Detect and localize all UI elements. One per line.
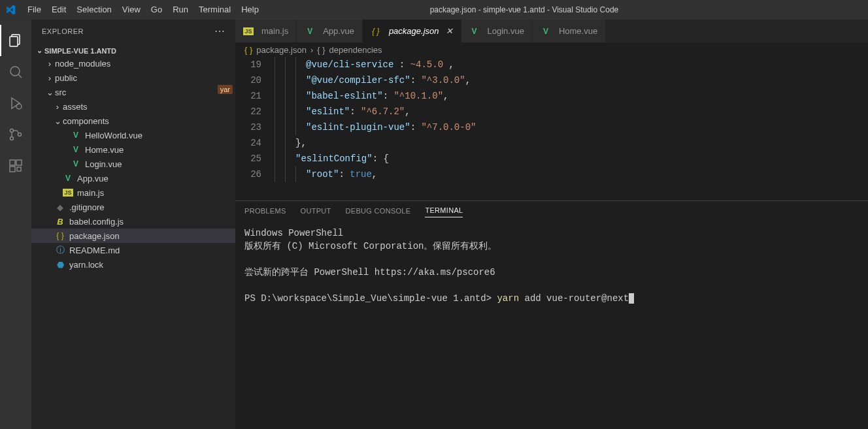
tree-file[interactable]: JSmain.js: [31, 185, 235, 200]
tree-item-label: .gitignore: [69, 202, 104, 212]
editor-tab[interactable]: { }package.json✕: [363, 20, 461, 42]
vue-file-icon: V: [71, 131, 81, 140]
editor-tab[interactable]: VLogin.vue: [461, 20, 533, 42]
vue-file-icon: V: [71, 145, 81, 154]
tab-label: Home.vue: [559, 26, 597, 36]
editor-tab[interactable]: VApp.vue: [297, 20, 363, 42]
menu-terminal[interactable]: Terminal: [193, 0, 236, 20]
vue-file-icon: V: [541, 27, 551, 36]
tree-file[interactable]: VLogin.vue: [31, 157, 235, 171]
vue-file-icon: V: [71, 159, 81, 168]
panel-tab-output[interactable]: OUTPUT: [301, 207, 331, 217]
tree-file[interactable]: Bbabel.config.js: [31, 214, 235, 229]
tree-file[interactable]: ⓘREADME.md: [31, 243, 235, 257]
sidebar-explorer: EXPLORER ⋯ ⌄ SIMPLE-VUE 1.ANTD ›node_mod…: [31, 20, 235, 429]
line-gutter: 1920212223242526: [235, 57, 275, 200]
chevron-down-icon: ⌄: [34, 46, 44, 55]
run-debug-icon[interactable]: [0, 87, 31, 119]
tree-folder[interactable]: ›node_modules: [31, 56, 235, 71]
tree-item-label: App.vue: [77, 174, 108, 183]
info-file-icon: ⓘ: [55, 244, 65, 256]
tree-item-label: yarn.lock: [69, 260, 103, 270]
svg-point-4: [16, 104, 22, 109]
tab-label: package.json: [389, 26, 439, 36]
tree-item-label: README.md: [69, 246, 120, 255]
menu-selection[interactable]: Selection: [71, 0, 116, 20]
tree-folder[interactable]: ›public: [31, 71, 235, 85]
explorer-icon[interactable]: [0, 25, 31, 56]
yarn-file-icon: ⬣: [55, 260, 65, 270]
editor-tabs: JSmain.jsVApp.vue{ }package.json✕VLogin.…: [235, 20, 868, 42]
terminal-cursor: [629, 293, 634, 304]
tree-file[interactable]: VHome.vue: [31, 142, 235, 157]
vue-file-icon: V: [469, 27, 480, 36]
editor-area: JSmain.jsVApp.vue{ }package.json✕VLogin.…: [235, 20, 868, 429]
file-tree: ⌄ SIMPLE-VUE 1.ANTD ›node_modules›public…: [31, 42, 235, 429]
panel-tab-problems[interactable]: PROBLEMS: [244, 207, 286, 217]
svg-point-6: [10, 137, 14, 140]
panel-tab-terminal[interactable]: TERMINAL: [425, 206, 463, 217]
close-icon[interactable]: ✕: [446, 26, 453, 36]
tree-item-label: assets: [63, 102, 88, 112]
breadcrumb[interactable]: { } package.json › { } dependencies: [235, 42, 868, 57]
vue-file-icon: V: [305, 27, 315, 36]
editor-tab[interactable]: JSmain.js: [235, 20, 297, 42]
terminal-prompt-line[interactable]: PS D:\workspace\Simple_Vue\simple-vue 1.…: [244, 292, 859, 305]
terminal-line: 尝试新的跨平台 PowerShell https://aka.ms/pscore…: [244, 266, 859, 279]
tree-root[interactable]: ⌄ SIMPLE-VUE 1.ANTD: [31, 45, 235, 56]
js-file-icon: JS: [243, 27, 254, 35]
tree-item-label: node_modules: [55, 59, 110, 69]
panel-tab-debug-console[interactable]: DEBUG CONSOLE: [346, 207, 411, 217]
svg-rect-9: [16, 160, 22, 165]
js-file-icon: JS: [63, 189, 73, 197]
tab-label: App.vue: [323, 26, 354, 36]
tree-file[interactable]: VHelloWorld.vue: [31, 128, 235, 142]
tree-item-label: HelloWorld.vue: [85, 131, 142, 140]
tree-file[interactable]: VApp.vue: [31, 171, 235, 185]
code-editor[interactable]: 1920212223242526 @vue/cli-service : ~4.5…: [235, 57, 868, 200]
tree-file[interactable]: ⬣yarn.lock: [31, 257, 235, 272]
git-file-icon: ◆: [55, 202, 65, 212]
terminal[interactable]: Windows PowerShell版权所有 (C) Microsoft Cor…: [235, 223, 868, 429]
extensions-icon[interactable]: [0, 150, 31, 182]
svg-point-5: [10, 129, 14, 133]
svg-rect-1: [10, 37, 18, 46]
chevron-down-icon: ⌄: [44, 87, 55, 97]
sidebar-more-icon[interactable]: ⋯: [214, 25, 225, 37]
tree-item-label: components: [63, 116, 109, 126]
svg-rect-10: [10, 167, 15, 172]
tree-item-label: main.js: [77, 188, 104, 198]
tree-file[interactable]: ◆.gitignore: [31, 200, 235, 214]
search-icon[interactable]: [0, 56, 31, 87]
code-body[interactable]: @vue/cli-service : ~4.5.0 ,"@vue/compile…: [275, 57, 868, 200]
svg-point-7: [18, 133, 22, 136]
sidebar-title: EXPLORER: [42, 27, 84, 35]
json-braces-icon: { }: [317, 45, 325, 55]
tree-folder[interactable]: ⌄src: [31, 85, 235, 99]
json-file-icon: { }: [55, 231, 65, 240]
menu-go[interactable]: Go: [146, 0, 167, 20]
terminal-line: 版权所有 (C) Microsoft Corporation。保留所有权利。: [244, 240, 859, 253]
window-title: package.json - simple-vue 1.antd - Visua…: [264, 5, 784, 14]
tree-item-label: Home.vue: [85, 145, 124, 155]
vue-file-icon: V: [63, 174, 73, 183]
bottom-panel: PROBLEMSOUTPUTDEBUG CONSOLETERMINAL Wind…: [235, 200, 868, 429]
chevron-right-icon: ›: [44, 73, 55, 83]
menu-run[interactable]: Run: [167, 0, 193, 20]
terminal-line: Windows PowerShell: [244, 227, 859, 240]
vscode-logo-icon: [5, 5, 16, 15]
menu-help[interactable]: Help: [236, 0, 264, 20]
editor-tab[interactable]: VHome.vue: [533, 20, 606, 42]
tree-item-label: src: [55, 87, 66, 97]
source-control-icon[interactable]: [0, 119, 31, 150]
tree-item-label: babel.config.js: [69, 217, 124, 227]
menu-edit[interactable]: Edit: [46, 0, 71, 20]
menu-view[interactable]: View: [117, 0, 146, 20]
menu-file[interactable]: File: [22, 0, 46, 20]
tree-folder[interactable]: ›assets: [31, 99, 235, 114]
tree-folder[interactable]: ⌄components: [31, 114, 235, 128]
tree-file[interactable]: { }package.json: [31, 229, 235, 243]
tree-root-label: SIMPLE-VUE 1.ANTD: [44, 47, 116, 55]
tab-label: main.js: [261, 26, 288, 36]
chevron-right-icon: ›: [44, 59, 55, 69]
